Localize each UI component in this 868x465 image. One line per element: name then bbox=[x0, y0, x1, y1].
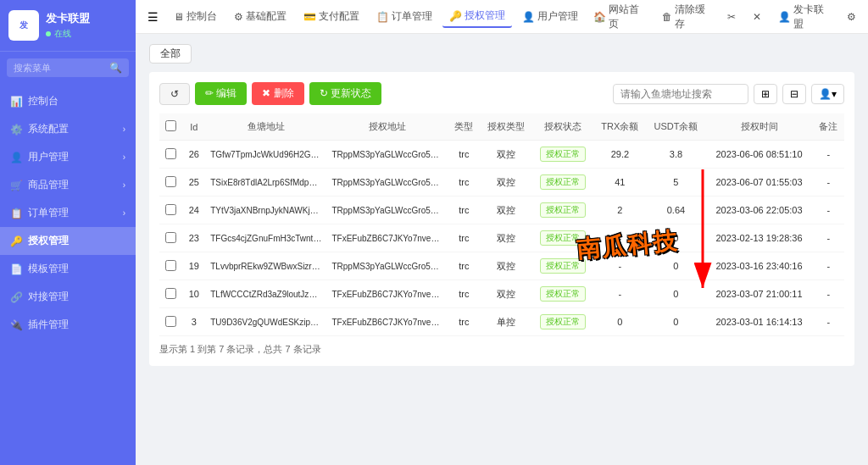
row-id: 25 bbox=[183, 169, 206, 197]
dashboard-icon: 📊 bbox=[10, 96, 23, 108]
chevron-right-icon: › bbox=[123, 125, 125, 134]
refresh-button[interactable]: ↺ bbox=[159, 83, 190, 105]
row-status: 授权正常 bbox=[532, 224, 594, 252]
nav-item-auth[interactable]: 🔑 授权管理 bbox=[442, 5, 512, 28]
row-id: 23 bbox=[183, 224, 206, 252]
row-auth-addr: TFxEFubZB6C7JKYo7nve5MdP6k4gi39Dt1 bbox=[326, 308, 448, 336]
row-trx: - bbox=[594, 280, 647, 308]
row-auth-addr: TRppMS3pYaGLWccGro5bAVfrYxvMB5USDT bbox=[326, 169, 448, 197]
table-row: 10 TLfWCCCtZRd3aZ9loutJzuZ1Hn4DfEV5c7T T… bbox=[159, 280, 844, 308]
sidebar-item-dashboard[interactable]: 📊 控制台 bbox=[0, 87, 136, 115]
row-type: trc bbox=[448, 224, 480, 252]
sidebar-menu: 📊 控制台 ⚙️ 系统配置 › 👤 用户管理 › 🛒 商品管理 › 📋 订单管理… bbox=[0, 84, 136, 465]
row-note: - bbox=[812, 252, 844, 280]
toolbar: ↺ ✏ 编辑 ✖ 删除 ↻ 更新状态 ⊞ ⊟ 👤▾ bbox=[159, 82, 844, 105]
top-nav-right: 🏠 网站首页 🗑 清除缓存 ✂ ✕ 👤 发卡联盟 ⚙ bbox=[588, 0, 861, 35]
row-trx: - bbox=[594, 224, 647, 252]
integration-icon: 🔗 bbox=[10, 291, 23, 303]
row-usdt: 5 bbox=[646, 169, 705, 197]
profile-icon: 👤 bbox=[778, 11, 791, 23]
row-note: - bbox=[812, 141, 844, 169]
settings-icon: ⚙ bbox=[847, 11, 856, 23]
row-status: 授权正常 bbox=[532, 280, 594, 308]
nav-clear-cache-btn[interactable]: 🗑 清除缓存 bbox=[657, 0, 716, 35]
sidebar-item-plugins[interactable]: 🔌 插件管理 bbox=[0, 311, 136, 339]
nav-item-base-config[interactable]: ⚙ 基础配置 bbox=[227, 6, 293, 27]
sidebar-item-integration[interactable]: 🔗 对接管理 bbox=[0, 283, 136, 311]
nav-user-profile-btn[interactable]: 👤 发卡联盟 bbox=[773, 0, 835, 35]
row-type: trc bbox=[448, 169, 480, 197]
row-id: 19 bbox=[183, 252, 206, 280]
nav-scissors-btn[interactable]: ✂ bbox=[722, 8, 741, 26]
row-time: 2023-06-06 08:51:10 bbox=[706, 141, 813, 169]
row-status: 授权正常 bbox=[532, 252, 594, 280]
row-checkbox[interactable] bbox=[159, 141, 183, 169]
row-auth-type: 双控 bbox=[480, 224, 532, 252]
sidebar-item-users[interactable]: 👤 用户管理 › bbox=[0, 143, 136, 171]
row-time: 2023-03-07 21:00:11 bbox=[706, 280, 813, 308]
row-note: - bbox=[812, 169, 844, 197]
refresh-status-button[interactable]: ↻ 更新状态 bbox=[309, 82, 381, 105]
row-checkbox[interactable] bbox=[159, 280, 183, 308]
nav-settings-btn[interactable]: ⚙ bbox=[842, 8, 861, 26]
sidebar-item-products[interactable]: 🛒 商品管理 › bbox=[0, 171, 136, 199]
table-card: ↺ ✏ 编辑 ✖ 删除 ↻ 更新状态 ⊞ ⊟ 👤▾ Id 鱼塘地址 bbox=[149, 72, 854, 366]
row-auth-addr: TFxEFubZB6C7JKYo7nve5MdP6k4gi39Dt1 bbox=[326, 224, 448, 252]
delete-button[interactable]: ✖ 删除 bbox=[252, 82, 303, 105]
table-row: 24 TYtV3jaXNBrnpJykNAWKjdFjVWS3e1MSwy TR… bbox=[159, 197, 844, 224]
trash-icon: 🗑 bbox=[662, 11, 672, 23]
system-icon: ⚙️ bbox=[10, 124, 23, 136]
table-view-btn[interactable]: ⊞ bbox=[754, 84, 777, 104]
row-time: 2023-03-16 23:40:16 bbox=[706, 252, 813, 280]
hamburger-icon[interactable]: ☰ bbox=[142, 7, 164, 27]
sidebar-item-orders[interactable]: 📋 订单管理 › bbox=[0, 199, 136, 227]
row-pond-addr: TFGcs4cjZGnuFmH3cTwntTy5kme376eMR6 bbox=[205, 224, 326, 252]
page-content: 全部 ↺ ✏ 编辑 ✖ 删除 ↻ 更新状态 ⊞ ⊟ 👤▾ I bbox=[136, 34, 868, 465]
address-search-input[interactable] bbox=[613, 84, 748, 104]
top-navigation: ☰ 🖥 控制台 ⚙ 基础配置 💳 支付配置 📋 订单管理 🔑 授权管理 👤 用户… bbox=[136, 0, 868, 34]
row-trx: 2 bbox=[594, 197, 647, 224]
row-status: 授权正常 bbox=[532, 141, 594, 169]
breadcrumb-all[interactable]: 全部 bbox=[149, 44, 192, 64]
row-id: 3 bbox=[183, 308, 206, 336]
row-pond-addr: TU9D36V2gQUWdESKzipmvg42zwf9yEznUP bbox=[205, 308, 326, 336]
order-icon: 📋 bbox=[10, 208, 23, 219]
status-badge: 授权正常 bbox=[540, 258, 586, 274]
sidebar-search-input[interactable] bbox=[14, 63, 109, 73]
col-checkbox bbox=[159, 113, 183, 141]
col-type: 类型 bbox=[448, 113, 480, 141]
row-checkbox[interactable] bbox=[159, 252, 183, 280]
table-row: 19 TLvvbprREkw9ZWBwxSizrYhdGkqVSdEEEE TR… bbox=[159, 252, 844, 280]
row-checkbox[interactable] bbox=[159, 308, 183, 336]
row-auth-addr: TFxEFubZB6C7JKYo7nve5MdP6k4gi39Dt1 bbox=[326, 280, 448, 308]
row-type: trc bbox=[448, 252, 480, 280]
row-status: 授权正常 bbox=[532, 308, 594, 336]
nav-item-dashboard[interactable]: 🖥 控制台 bbox=[167, 6, 224, 27]
user-menu-btn[interactable]: 👤▾ bbox=[811, 84, 844, 104]
nav-homepage-btn[interactable]: 🏠 网站首页 bbox=[588, 0, 650, 35]
grid-view-btn[interactable]: ⊟ bbox=[782, 84, 806, 104]
status-badge: 授权正常 bbox=[540, 174, 586, 190]
chevron-right-icon: › bbox=[123, 152, 125, 162]
sidebar-search-box[interactable]: 🔍 bbox=[7, 58, 129, 77]
row-usdt: 0.64 bbox=[646, 197, 705, 224]
edit-button[interactable]: ✏ 编辑 bbox=[195, 82, 247, 105]
nav-auth-icon: 🔑 bbox=[449, 10, 462, 22]
row-pond-addr: TLfWCCCtZRd3aZ9loutJzuZ1Hn4DfEV5c7T bbox=[205, 280, 326, 308]
sidebar-item-auth[interactable]: 🔑 授权管理 bbox=[0, 227, 136, 255]
nav-item-orders[interactable]: 📋 订单管理 bbox=[370, 6, 439, 27]
template-icon: 📄 bbox=[10, 263, 23, 275]
row-auth-addr: TRppMS3pYaGLWccGro5bAVfrYxvMB5USDT bbox=[326, 197, 448, 224]
row-checkbox[interactable] bbox=[159, 197, 183, 224]
nav-item-payment[interactable]: 💳 支付配置 bbox=[297, 6, 366, 27]
row-checkbox[interactable] bbox=[159, 169, 183, 197]
sidebar-item-templates[interactable]: 📄 模板管理 bbox=[0, 255, 136, 283]
table-row: 3 TU9D36V2gQUWdESKzipmvg42zwf9yEznUP TFx… bbox=[159, 308, 844, 336]
row-auth-type: 双控 bbox=[480, 169, 532, 197]
select-all-checkbox[interactable] bbox=[165, 120, 176, 131]
nav-item-users[interactable]: 👤 用户管理 bbox=[515, 6, 585, 27]
sidebar-item-system[interactable]: ⚙️ 系统配置 › bbox=[0, 115, 136, 143]
row-checkbox[interactable] bbox=[159, 224, 183, 252]
nav-close-btn[interactable]: ✕ bbox=[748, 8, 766, 26]
row-time: 2023-06-07 01:55:03 bbox=[706, 169, 813, 197]
